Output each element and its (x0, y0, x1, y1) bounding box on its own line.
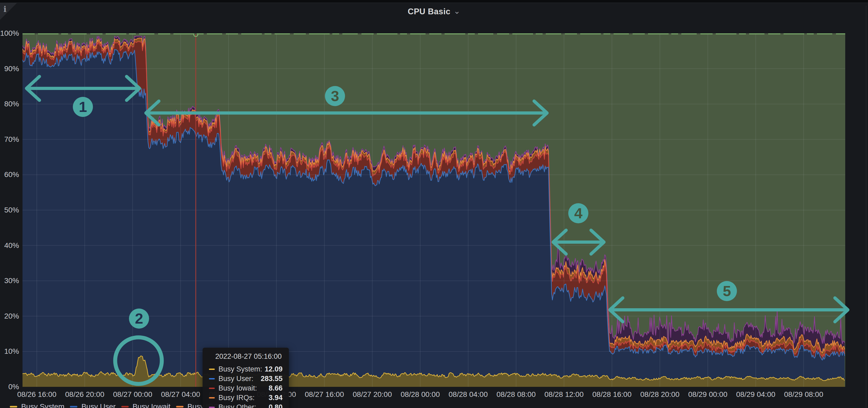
cpu-usage-chart[interactable] (23, 33, 845, 387)
legend-swatch (70, 406, 77, 407)
panel-title: CPU Basic (408, 7, 451, 16)
legend-swatch (121, 406, 129, 407)
legend-item-busy-iowait[interactable]: Busy Iowait (121, 402, 170, 408)
tooltip-series-value: 0.80 (269, 403, 282, 408)
tooltip-series-value: 8.66 (269, 384, 282, 393)
y-axis-label: 60% (0, 170, 19, 179)
tooltip-series-value: 283.55 (260, 375, 282, 383)
chevron-down-icon: ⌄ (454, 6, 460, 15)
legend-label: Busy User (81, 402, 116, 408)
legend-swatch (10, 406, 17, 407)
tooltip-row: Busy System:12.09 (209, 364, 282, 374)
legend-swatch (176, 406, 184, 407)
tooltip-series-label: Busy System: (218, 365, 265, 373)
tooltip-series-label: Busy Iowait: (218, 384, 269, 393)
y-axis-label: 100% (0, 29, 19, 38)
cpu-basic-panel: i CPU Basic ⌄ 100%90%80%70%60%50%40%30%2… (0, 3, 868, 408)
series-color-dash (209, 378, 215, 379)
panel-right-divider (866, 6, 866, 408)
series-color-dash (209, 407, 215, 408)
series-color-dash (209, 387, 215, 389)
y-axis-label: 90% (0, 65, 19, 73)
tooltip-row: Busy Other:0.80 (209, 402, 282, 408)
tooltip-row: Busy Iowait:8.66 (209, 383, 282, 393)
tooltip-series-label: Busy Other: (218, 403, 269, 408)
tooltip-row: Busy IRQs:3.94 (209, 393, 282, 402)
legend-item-busy-user[interactable]: Busy User (70, 402, 116, 408)
panel-header[interactable]: CPU Basic ⌄ (0, 3, 868, 21)
legend-label: Busy Iowait (133, 402, 170, 408)
y-axis-label: 30% (0, 276, 19, 285)
y-axis-label: 40% (0, 241, 19, 250)
legend-item-busy-system[interactable]: Busy System (10, 402, 64, 408)
legend: Busy SystemBusy UserBusy IowaitBusy IRQs (10, 402, 223, 408)
series-color-dash (209, 369, 215, 370)
y-axis-label: 20% (0, 312, 19, 320)
legend-label: Busy System (21, 402, 64, 408)
tooltip-series-label: Busy User: (218, 375, 260, 383)
y-axis-label: 80% (0, 100, 19, 108)
y-axis-label: 10% (0, 347, 19, 355)
tooltip-timestamp: 2022-08-27 05:16:00 (209, 352, 282, 361)
chart-tooltip: 2022-08-27 05:16:00 Busy System:12.09Bus… (203, 348, 289, 408)
series-color-dash (209, 397, 215, 399)
tooltip-series-value: 3.94 (269, 394, 282, 402)
tooltip-row: Busy User:283.55 (209, 374, 282, 383)
tooltip-series-label: Busy IRQs: (218, 394, 269, 402)
y-axis-label: 0% (0, 383, 19, 391)
x-axis-label: 08/29 08:00 (775, 390, 833, 399)
y-axis-label: 70% (0, 135, 19, 144)
tooltip-series-value: 12.09 (265, 365, 282, 373)
tooltip-rows: Busy System:12.09Busy User:283.55Busy Io… (209, 364, 282, 408)
y-axis-label: 50% (0, 206, 19, 214)
